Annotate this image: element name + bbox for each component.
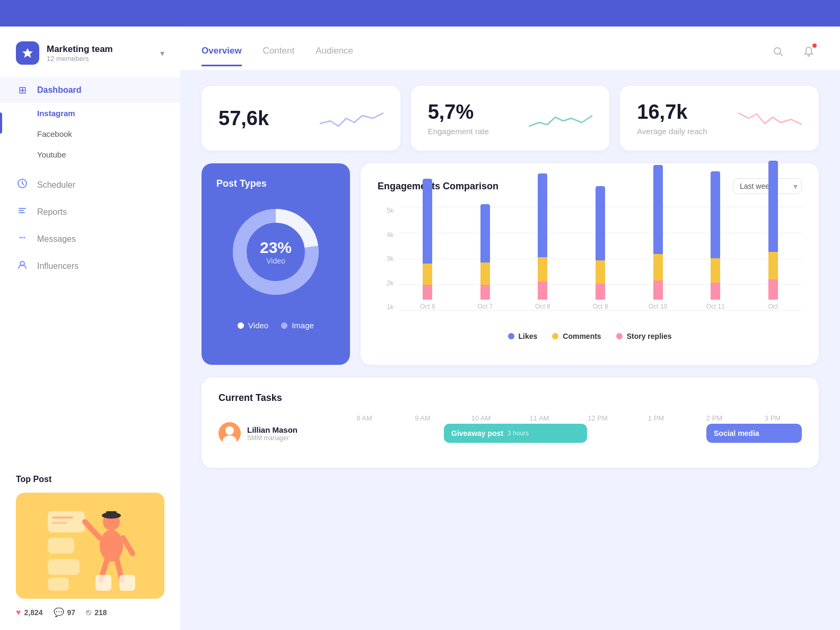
- likes-circle: [508, 333, 514, 339]
- sidebar-logo: [16, 41, 39, 65]
- stat-label-reach: Average daily reach: [637, 127, 707, 136]
- tab-audience[interactable]: Audience: [316, 46, 353, 66]
- time-12pm: 12 PM: [568, 414, 627, 422]
- bar-label-oct10: Oct 10: [649, 303, 667, 310]
- comments-circle: [552, 333, 558, 339]
- task-user-lillian: Lillian Mason SMM manager: [218, 422, 325, 444]
- bar-label-oct12: Oct: [768, 303, 778, 310]
- post-shares-count: 218: [94, 608, 107, 617]
- notifications-button[interactable]: [799, 41, 819, 62]
- sidebar-item-facebook[interactable]: Facebook: [0, 124, 180, 144]
- time-8am: 8 AM: [335, 414, 393, 422]
- stat-info-reach: 16,7k Average daily reach: [637, 101, 707, 136]
- video-dot: [238, 322, 244, 329]
- story-replies-circle: [616, 333, 623, 339]
- sidebar-label-instagram: Instagram: [37, 109, 75, 118]
- main-content: Overview Content Audience: [180, 27, 840, 630]
- svg-rect-23: [95, 575, 111, 591]
- bar-label-oct6: Oct 6: [420, 303, 435, 310]
- svg-line-20: [123, 538, 133, 554]
- sidebar-item-messages[interactable]: Messages: [0, 225, 180, 252]
- svg-rect-24: [119, 575, 135, 591]
- sidebar-header: Marketing team 12 memebers ▾: [0, 27, 180, 77]
- legend-likes: Likes: [508, 332, 538, 340]
- likes-label: Likes: [519, 332, 538, 340]
- reports-icon: [16, 205, 29, 218]
- bar-oct7: Oct 7: [457, 207, 514, 310]
- y-label-3k: 3k: [378, 255, 393, 262]
- team-members: 12 memebers: [47, 55, 153, 63]
- sidebar-item-youtube[interactable]: Youtube: [0, 144, 180, 165]
- svg-rect-17: [106, 511, 117, 517]
- tab-overview[interactable]: Overview: [202, 46, 242, 66]
- image-label: Image: [292, 321, 314, 330]
- y-label-1k: 1k: [378, 303, 393, 311]
- sidebar-label-influencers: Influencers: [37, 261, 78, 271]
- influencers-icon: [16, 259, 29, 273]
- task-bars-lillian: Giveaway post 3 hours Social media: [325, 422, 802, 444]
- heart-icon: ♥: [16, 608, 21, 617]
- stat-info-followers: 57,6k: [218, 107, 269, 130]
- time-1pm: 1 PM: [627, 414, 685, 422]
- svg-point-5: [20, 237, 21, 239]
- comment-icon: 💬: [54, 607, 64, 617]
- svg-rect-14: [52, 522, 67, 524]
- svg-point-27: [808, 55, 810, 57]
- share-icon: ⎋: [86, 608, 91, 617]
- search-button[interactable]: [768, 41, 788, 62]
- sidebar-label-facebook: Facebook: [37, 129, 72, 138]
- social-media-label: Social media: [714, 429, 759, 438]
- legend-video: Video: [238, 321, 268, 330]
- svg-line-26: [780, 54, 783, 56]
- main-tabs: Overview Content Audience: [202, 46, 353, 66]
- donut-label: Video: [260, 257, 292, 265]
- lillian-avatar: [218, 422, 241, 444]
- lillian-role: SMM manager: [247, 434, 298, 442]
- stat-value-reach: 16,7k: [637, 101, 707, 124]
- y-label-2k: 2k: [378, 279, 393, 287]
- time-9am: 9 AM: [393, 414, 452, 422]
- post-comments-count: 97: [67, 608, 76, 617]
- story-replies-label: Story replies: [627, 332, 672, 340]
- video-label: Video: [248, 321, 268, 330]
- sidebar-chevron-icon[interactable]: ▾: [160, 48, 164, 58]
- messages-icon: [16, 232, 29, 246]
- sidebar-item-instagram[interactable]: Instagram: [0, 103, 180, 124]
- comments-label: Comments: [563, 332, 601, 340]
- stat-card-reach: 16,7k Average daily reach: [620, 86, 819, 151]
- svg-marker-0: [22, 48, 33, 58]
- main-header: Overview Content Audience: [180, 27, 840, 70]
- sidebar-item-scheduler[interactable]: Scheduler: [0, 171, 180, 198]
- bar-label-oct8: Oct 8: [535, 303, 550, 310]
- engagements-title: Engagements Comparison: [378, 181, 498, 192]
- period-select-wrapper[interactable]: Last week Last month Last 3 months: [733, 178, 802, 194]
- sidebar-label-reports: Reports: [37, 207, 67, 217]
- svg-point-32: [225, 426, 234, 435]
- sidebar: Marketing team 12 memebers ▾ ⊞ Dashboard…: [0, 27, 180, 630]
- stats-row: 57,6k 5,7% Engagement rate 16,7k: [202, 86, 819, 151]
- bar-oct9: Oct 9: [572, 207, 629, 310]
- svg-rect-12: [48, 578, 69, 591]
- team-name: Marketing team: [47, 44, 153, 55]
- svg-rect-4: [19, 212, 25, 213]
- y-axis-labels: 1k 2k 3k 4k 5k: [378, 207, 393, 323]
- giveaway-label: Giveaway post: [451, 429, 503, 438]
- donut-chart: 23% Video: [228, 204, 323, 300]
- stat-info-engagement: 5,7% Engagement rate: [428, 101, 489, 136]
- period-select[interactable]: Last week Last month Last 3 months: [733, 178, 802, 194]
- sidebar-label-dashboard: Dashboard: [37, 85, 82, 95]
- engagements-chart: 1k 2k 3k 4k 5k: [378, 207, 802, 323]
- tab-content[interactable]: Content: [263, 46, 295, 66]
- chart-legend: Likes Comments Story replies: [378, 332, 802, 340]
- stat-card-followers: 57,6k: [202, 86, 400, 151]
- svg-rect-13: [52, 517, 73, 519]
- sidebar-item-influencers[interactable]: Influencers: [0, 252, 180, 279]
- sidebar-label-youtube: Youtube: [37, 150, 66, 159]
- sidebar-label-messages: Messages: [37, 234, 76, 244]
- donut-percentage: 23%: [260, 239, 292, 257]
- sidebar-item-dashboard[interactable]: ⊞ Dashboard: [0, 77, 180, 103]
- donut-center: 23% Video: [260, 239, 292, 265]
- task-row-lillian: Lillian Mason SMM manager Giveaway post …: [218, 422, 802, 444]
- header-icons: [768, 41, 819, 70]
- sidebar-item-reports[interactable]: Reports: [0, 198, 180, 225]
